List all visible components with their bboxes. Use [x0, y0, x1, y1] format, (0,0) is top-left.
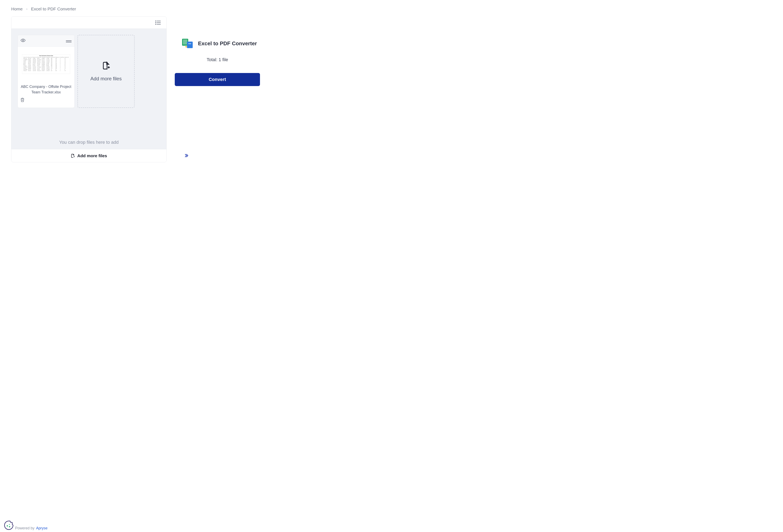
file-plus-icon	[71, 154, 75, 158]
breadcrumb: Home › Excel to PDF Converter	[0, 0, 271, 16]
chevron-double-right-icon	[184, 153, 189, 158]
svg-point-0	[156, 21, 156, 21]
excel-to-pdf-icon	[182, 39, 193, 48]
eye-icon	[21, 38, 26, 43]
drag-handle-icon[interactable]	[66, 38, 71, 44]
delete-file-button[interactable]	[20, 99, 25, 103]
total-files: Total: 1 file	[175, 57, 260, 62]
add-tile-label: Add more files	[90, 76, 122, 82]
file-plus-icon	[102, 61, 110, 70]
files-toolbar	[11, 17, 166, 29]
preview-button[interactable]	[21, 38, 26, 44]
file-name: ABC Company - Offsite Project Team Track…	[18, 81, 74, 97]
list-icon	[155, 21, 161, 25]
svg-point-6	[23, 40, 24, 41]
add-more-files-footer[interactable]: Add more files	[11, 149, 166, 162]
breadcrumb-home[interactable]: Home	[11, 6, 23, 11]
file-thumbnail: Team Destination Distance Data Source Ci…	[18, 46, 74, 81]
grip-icon	[66, 40, 71, 42]
collapse-panel-button[interactable]	[184, 153, 260, 159]
footer-add-label: Add more files	[77, 153, 107, 158]
svg-rect-8	[66, 41, 71, 42]
conversion-panel: Excel to PDF Converter Total: 1 file Con…	[175, 16, 260, 162]
trash-icon	[20, 97, 25, 102]
svg-point-2	[156, 22, 156, 23]
svg-point-4	[156, 24, 156, 24]
files-drop-area[interactable]: Team Destination Distance Data Source Ci…	[11, 29, 166, 149]
files-panel: Team Destination Distance Data Source Ci…	[11, 16, 166, 162]
convert-button[interactable]: Convert	[175, 73, 260, 86]
list-view-button[interactable]	[154, 18, 162, 27]
chevron-right-icon: ›	[26, 7, 27, 11]
file-card: Team Destination Distance Data Source Ci…	[18, 35, 75, 108]
svg-rect-7	[66, 40, 71, 41]
conversion-title: Excel to PDF Converter	[198, 40, 257, 47]
breadcrumb-current: Excel to PDF Converter	[31, 6, 76, 11]
add-more-files-tile[interactable]: Add more files	[77, 35, 134, 108]
drop-hint: You can drop files here to add	[11, 140, 166, 145]
